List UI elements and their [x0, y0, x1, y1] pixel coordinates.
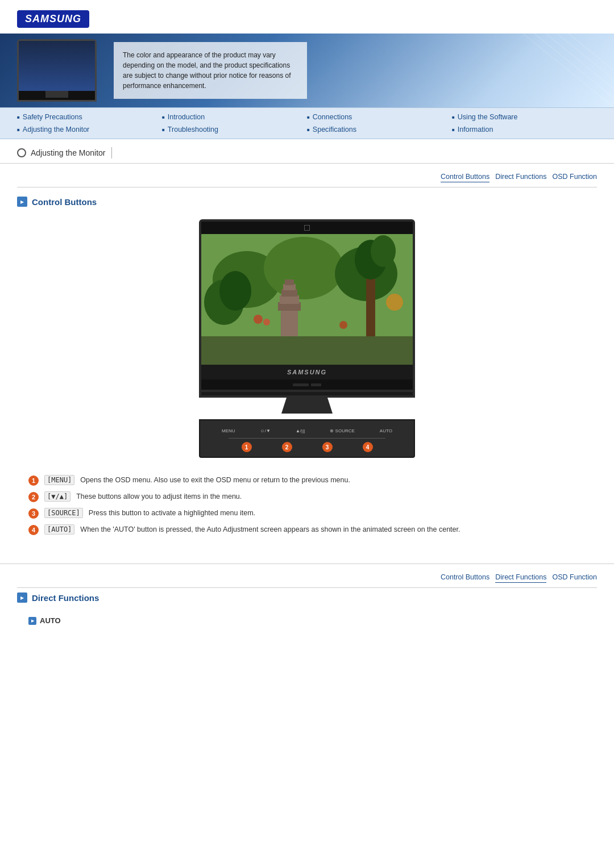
btn-text-4: When the 'AUTO' button is pressed, the A… — [80, 524, 460, 535]
btn-desc-1: 1 [MENU] Opens the OSD menu. Also use to… — [28, 475, 586, 486]
auto-subheading: ▶ AUTO — [28, 616, 597, 625]
monitor-button-bar — [201, 379, 413, 390]
svg-line-0 — [523, 34, 614, 107]
nav-software[interactable]: Using the Software — [452, 112, 597, 122]
svg-point-11 — [371, 235, 396, 267]
svg-line-3 — [557, 34, 614, 107]
samsung-logo: SAMSUNG — [17, 10, 89, 28]
ctrl-bright: ▲/||| — [296, 428, 305, 433]
monitor-base-bar — [199, 392, 415, 398]
section1-heading: Control Buttons — [0, 197, 614, 214]
ctrl-num4: 4 — [363, 442, 373, 452]
bottom-divider — [17, 587, 597, 588]
section2-heading: Direct Functions — [17, 592, 597, 610]
monitor-power-btn — [304, 225, 310, 231]
control-panel: MENU ☺/▼ ▲/||| ⊕ SOURCE AUTO 1 2 3 4 — [199, 419, 415, 458]
btn-num-2: 2 — [28, 492, 39, 502]
monitor-brand-bar: SAMSUNG — [201, 365, 413, 379]
svg-rect-18 — [201, 336, 413, 365]
monitor-ctrl-btn1 — [293, 383, 309, 386]
monitor-top-bar — [201, 222, 413, 234]
nav-info[interactable]: Information — [452, 124, 597, 135]
svg-point-23 — [339, 321, 347, 329]
tab-direct-functions[interactable]: Direct Functions — [495, 173, 546, 182]
bottom-section: Control Buttons Direct Functions OSD Fun… — [0, 564, 614, 625]
tab-bottom-direct[interactable]: Direct Functions — [495, 573, 546, 583]
section2: Direct Functions ▶ AUTO — [0, 592, 614, 625]
header: SAMSUNG — [0, 0, 614, 34]
banner-monitor-image — [17, 39, 97, 102]
svg-point-22 — [263, 319, 270, 326]
nav-safety[interactable]: Safety Precautions — [17, 112, 162, 122]
banner: The color and appearance of the product … — [0, 34, 614, 107]
tab-control-buttons[interactable]: Control Buttons — [441, 173, 489, 182]
breadcrumb: Adjusting the Monitor — [0, 139, 614, 164]
banner-decoration — [512, 34, 614, 107]
tab-bottom-control[interactable]: Control Buttons — [441, 573, 489, 583]
monitor-ctrl-btn2 — [311, 383, 321, 386]
btn-icon-4: [AUTO] — [44, 524, 74, 535]
monitor-stand-foot — [281, 398, 333, 414]
svg-rect-14 — [280, 295, 299, 304]
breadcrumb-icon — [17, 148, 26, 157]
svg-line-1 — [534, 34, 614, 107]
section-tabs-bottom: Control Buttons Direct Functions OSD Fun… — [0, 569, 614, 587]
btn-icon-3: [SOURCE] — [44, 508, 83, 518]
nav-connections[interactable]: Connections — [307, 112, 452, 122]
ctrl-auto: AUTO — [380, 428, 392, 433]
monitor-brand-text: SAMSUNG — [287, 369, 327, 375]
ctrl-num1: 1 — [242, 442, 252, 452]
monitor-frame: SAMSUNG — [199, 219, 415, 392]
svg-point-7 — [264, 237, 343, 299]
breadcrumb-separator — [111, 147, 112, 158]
auto-icon: ▶ — [28, 617, 36, 625]
btn-text-2: These buttons allow you to adjust items … — [76, 491, 242, 502]
tab-bottom-osd[interactable]: OSD Function — [552, 573, 597, 583]
btn-num-4: 4 — [28, 525, 39, 535]
btn-text-1: Opens the OSD menu. Also use to exit the… — [80, 475, 350, 486]
svg-point-20 — [219, 271, 251, 311]
nav-troubleshoot[interactable]: Troubleshooting — [162, 124, 307, 135]
banner-monitor-screen — [19, 41, 95, 91]
section-tabs-top: Control Buttons Direct Functions OSD Fun… — [0, 168, 614, 187]
nav-specs[interactable]: Specifications — [307, 124, 452, 135]
btn-text-3: Press this button to activate a highligh… — [89, 508, 255, 519]
ctrl-source: ⊕ SOURCE — [330, 428, 354, 433]
section2-icon — [17, 592, 27, 603]
svg-rect-17 — [285, 279, 294, 285]
section2-title: Direct Functions — [32, 593, 99, 603]
banner-disclaimer: The color and appearance of the product … — [114, 42, 307, 99]
btn-desc-4: 4 [AUTO] When the 'AUTO' button is press… — [28, 524, 586, 535]
btn-desc-3: 3 [SOURCE] Press this button to activate… — [28, 508, 586, 519]
svg-point-21 — [254, 315, 263, 324]
section1-title: Control Buttons — [32, 197, 97, 207]
ctrl-num3: 3 — [322, 442, 333, 452]
nav-adjusting[interactable]: Adjusting the Monitor — [17, 124, 162, 135]
btn-desc-2: 2 [▼/▲] These buttons allow you to adjus… — [28, 491, 586, 502]
ctrl-menu: MENU — [222, 428, 235, 433]
control-buttons-row: MENU ☺/▼ ▲/||| ⊕ SOURCE AUTO — [209, 428, 405, 433]
ctrl-divider — [229, 438, 385, 439]
ctrl-num2: 2 — [282, 442, 292, 452]
section1-icon — [17, 197, 27, 207]
nav-bar: Safety Precautions Introduction Connecti… — [0, 107, 614, 139]
nav-introduction[interactable]: Introduction — [162, 112, 307, 122]
monitor-demo: SAMSUNG MENU ☺/▼ ▲/||| ⊕ SOURCE AUTO — [0, 214, 614, 469]
tab-osd-function[interactable]: OSD Function — [552, 173, 597, 182]
ctrl-vol: ☺/▼ — [260, 428, 271, 433]
control-numbers-row: 1 2 3 4 — [209, 442, 405, 452]
breadcrumb-text: Adjusting the Monitor — [31, 148, 106, 157]
btn-num-3: 3 — [28, 508, 39, 519]
monitor-screen — [201, 234, 413, 365]
btn-icon-1: [MENU] — [44, 475, 74, 485]
btn-icon-2: [▼/▲] — [44, 491, 70, 502]
btn-num-1: 1 — [28, 475, 39, 486]
svg-point-24 — [386, 294, 403, 311]
button-descriptions: 1 [MENU] Opens the OSD menu. Also use to… — [0, 469, 614, 552]
banner-monitor-stand — [45, 91, 68, 98]
auto-label: AUTO — [40, 616, 61, 625]
tabs-divider — [17, 187, 597, 187]
